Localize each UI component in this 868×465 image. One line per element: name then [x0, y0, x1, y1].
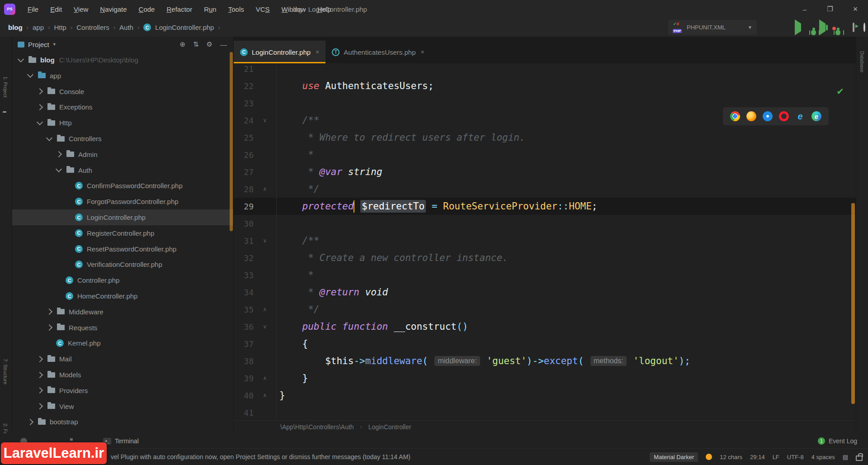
tree-item-mail[interactable]: Mail [12, 351, 233, 367]
lock-icon[interactable] [856, 456, 863, 461]
hide-panel-icon[interactable]: — [220, 41, 227, 48]
menu-refactor[interactable]: Refactor [160, 5, 198, 13]
chevron-right-icon[interactable] [46, 308, 52, 315]
tree-item-resetpasswordcontroller-php[interactable]: CResetPasswordController.php [12, 241, 233, 257]
line-number[interactable]: 25 [234, 133, 254, 142]
tab-logincontroller-php[interactable]: CLoginController.php× [234, 41, 326, 63]
tree-item-bootstrap[interactable]: bootstrap [12, 414, 233, 430]
menu-view[interactable]: View [68, 5, 94, 13]
fold-open-icon[interactable]: ∨ [254, 323, 276, 330]
breadcrumb-item[interactable]: Auth [119, 24, 133, 31]
breadcrumb-item[interactable]: LoginController.php [155, 24, 214, 31]
restore-window-icon[interactable]: ❐ [817, 5, 843, 13]
line-number[interactable]: 40 [234, 391, 254, 400]
inspections-ok-icon[interactable]: ✔ [836, 86, 844, 97]
chevron-right-icon[interactable] [37, 387, 43, 394]
code-line-28[interactable]: 28∧ */ [234, 180, 856, 198]
code-text[interactable]: $this->middleware( middleware: 'guest')-… [276, 352, 690, 370]
breadcrumb-class[interactable]: LoginController [368, 423, 411, 431]
code-text[interactable]: public function __construct() [276, 318, 468, 335]
code-text[interactable]: /** [276, 232, 320, 249]
caret-position-widget[interactable]: 29:14 [750, 454, 765, 460]
firefox-icon[interactable] [746, 111, 756, 121]
chevron-right-icon[interactable] [37, 403, 43, 409]
opera-icon[interactable] [779, 111, 789, 121]
code-line-39[interactable]: 39∧ } [234, 370, 856, 387]
code-line-38[interactable]: 38 $this->middleware( middleware: 'guest… [234, 352, 856, 370]
code-text[interactable] [276, 63, 279, 77]
code-text[interactable] [276, 404, 279, 421]
safari-icon[interactable] [763, 111, 773, 121]
chevron-right-icon[interactable] [56, 151, 62, 157]
tree-item-controller-php[interactable]: CController.php [12, 272, 233, 288]
chevron-down-icon[interactable] [37, 119, 43, 125]
line-number[interactable]: 36 [234, 322, 254, 332]
close-icon[interactable]: × [421, 48, 425, 56]
tree-item-verificationcontroller-php[interactable]: CVerificationController.php [12, 256, 233, 272]
project-panel-title[interactable]: Project [28, 41, 49, 48]
tree-item-exceptions[interactable]: Exceptions [12, 99, 233, 115]
chevron-down-icon[interactable] [56, 166, 62, 172]
tree-item-logincontroller-php[interactable]: CLoginController.php [12, 209, 233, 225]
code-text[interactable] [276, 215, 279, 232]
event-log-button[interactable]: 1 Event Log [818, 437, 857, 445]
collapse-all-icon[interactable]: ⇅ [193, 40, 199, 48]
code-area[interactable]: 2122 use AuthenticatesUsers;2324∨ /**25 … [234, 63, 856, 421]
code-line-21[interactable]: 21 [234, 63, 856, 77]
sidebar-item-project[interactable]: 1: Project [3, 76, 8, 97]
menu-run[interactable]: Run [198, 5, 222, 13]
menu-navigate[interactable]: Navigate [94, 5, 132, 13]
line-number[interactable]: 28 [234, 185, 254, 194]
tree-item-middleware[interactable]: Middleware [12, 304, 233, 320]
line-number[interactable]: 21 [234, 64, 254, 74]
run-with-coverage-button[interactable] [819, 24, 826, 32]
code-line-30[interactable]: 30 [234, 215, 856, 232]
tree-item-auth[interactable]: Auth [12, 162, 233, 178]
code-text[interactable]: * Create a new controller instance. [276, 249, 508, 266]
code-text[interactable]: } [276, 370, 308, 387]
chrome-icon[interactable] [730, 111, 740, 121]
tree-item-registercontroller-php[interactable]: CRegisterController.php [12, 225, 233, 241]
locate-file-icon[interactable]: ⊕ [179, 40, 185, 48]
close-icon[interactable]: × [316, 48, 319, 56]
code-text[interactable]: * @var string [276, 163, 382, 180]
breadcrumb-item[interactable]: blog [8, 24, 23, 31]
line-number[interactable]: 23 [234, 99, 254, 108]
code-text[interactable]: * [276, 146, 314, 163]
settings-gear-icon[interactable]: ⚙ [207, 40, 212, 48]
line-number[interactable]: 35 [234, 305, 254, 314]
code-line-34[interactable]: 34 * @return void [234, 284, 856, 301]
line-number[interactable]: 38 [234, 356, 254, 366]
line-number[interactable]: 24 [234, 116, 254, 125]
chevron-down-icon[interactable] [46, 134, 52, 141]
code-line-41[interactable]: 41 [234, 404, 856, 421]
chevron-right-icon[interactable] [37, 88, 43, 95]
line-number[interactable]: 29 [234, 202, 254, 211]
chevron-down-icon[interactable] [18, 56, 24, 62]
line-number[interactable]: 33 [234, 270, 254, 280]
sidebar-item-structure[interactable]: 7: Structure [3, 359, 8, 384]
code-text[interactable]: * @return void [276, 284, 388, 301]
code-line-27[interactable]: 27 * @var string [234, 163, 856, 180]
notification-text[interactable]: vel Plugin with auto configuration now, … [111, 449, 410, 465]
tree-item-admin[interactable]: Admin [12, 147, 233, 162]
code-line-35[interactable]: 35∧ */ [234, 301, 856, 318]
line-number[interactable]: 34 [234, 288, 254, 297]
breadcrumb-namespace[interactable]: \App\Http\Controllers\Auth [280, 423, 354, 431]
tree-item-app[interactable]: app [12, 68, 233, 84]
code-line-31[interactable]: 31∨ /** [234, 232, 856, 249]
breadcrumb-item[interactable]: Http [54, 24, 66, 31]
line-number[interactable]: 32 [234, 253, 254, 263]
code-text[interactable]: * [276, 266, 314, 284]
line-number[interactable]: 22 [234, 81, 254, 91]
tree-item-http[interactable]: Http [12, 115, 233, 131]
code-line-37[interactable]: 37 { [234, 335, 856, 352]
chevron-right-icon[interactable] [27, 419, 33, 425]
code-text[interactable]: */ [276, 301, 320, 318]
minimize-window-icon[interactable]: – [792, 5, 817, 13]
fold-end-icon[interactable]: ∧ [254, 306, 276, 313]
code-text[interactable]: } [276, 387, 285, 404]
menu-file[interactable]: File [22, 5, 44, 13]
tree-item-kernel-php[interactable]: CKernel.php [12, 335, 233, 351]
code-text[interactable]: use AuthenticatesUsers; [276, 77, 434, 95]
